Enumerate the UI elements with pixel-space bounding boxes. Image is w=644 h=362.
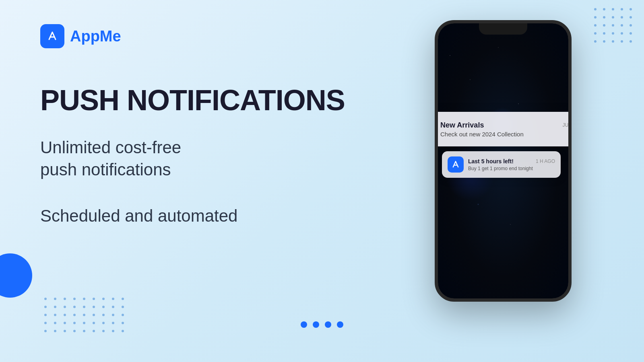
phone-frame: New Arrivals JUST NOW Check out new 2024…	[435, 20, 572, 302]
phone-mockup: New Arrivals JUST NOW Check out new 2024…	[435, 20, 572, 302]
blue-circle-decoration	[0, 253, 32, 298]
notification-card-2[interactable]: Last 5 hours left! 1 H AGO Buy 1 get 1 p…	[442, 151, 561, 178]
phone-volume-down-button	[435, 121, 436, 146]
feature-1: Unlimited cost-free push notifications	[40, 137, 181, 181]
notif-1-body: Check out new 2024 Collection	[440, 131, 572, 138]
logo-icon	[40, 24, 64, 48]
notif-2-time: 1 H AGO	[536, 158, 555, 164]
notif-1-title: New Arrivals	[440, 121, 484, 130]
carousel-dot-1[interactable]	[301, 321, 307, 328]
phone-power-button	[570, 80, 572, 108]
notif-2-title: Last 5 hours left!	[468, 158, 514, 165]
logo-area: AppMe	[40, 24, 121, 48]
dot-grid-top-right	[594, 8, 632, 48]
notif-2-header: Last 5 hours left! 1 H AGO	[468, 158, 555, 165]
notif-1-time: JUST NOW	[563, 122, 572, 128]
carousel-dot-3[interactable]	[325, 321, 331, 328]
carousel-dot-4[interactable]	[337, 321, 343, 328]
notif-2-app-icon	[448, 156, 464, 173]
carousel-dot-2[interactable]	[313, 321, 319, 328]
notif-1-header: New Arrivals JUST NOW	[440, 121, 572, 130]
phone-mute-button	[435, 72, 436, 86]
dot-grid-bottom-left	[44, 298, 124, 338]
notif-1-content: New Arrivals JUST NOW Check out new 2024…	[440, 121, 572, 138]
notif-2-content: Last 5 hours left! 1 H AGO Buy 1 get 1 p…	[468, 158, 555, 171]
phone-volume-up-button	[435, 92, 436, 116]
feature-2: Scheduled and automated	[40, 205, 237, 227]
carousel-dots	[301, 321, 343, 328]
phone-notch	[479, 23, 527, 35]
main-heading: PUSH NOTIFICATIONS	[40, 84, 345, 116]
brand-name: AppMe	[70, 28, 121, 45]
notification-card-1[interactable]: New Arrivals JUST NOW Check out new 2024…	[435, 112, 572, 146]
notif-2-body: Buy 1 get 1 promo end tonight	[468, 166, 555, 171]
